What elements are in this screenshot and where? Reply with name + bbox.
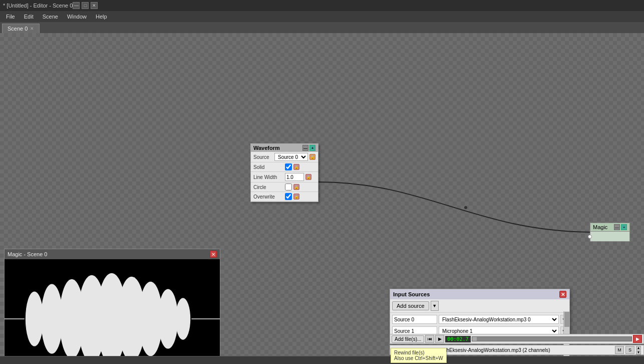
scroll-down-arrow[interactable]: ▼ — [636, 350, 641, 354]
progress-fill — [472, 337, 477, 341]
source-lock-icon[interactable]: 🔒 — [309, 154, 315, 160]
titlebar-controls: — □ ✕ — [73, 2, 98, 9]
menu-item-scene[interactable]: Scene — [39, 13, 62, 21]
magic-expand-btn[interactable]: + — [621, 224, 627, 230]
minimize-button[interactable]: — — [73, 2, 80, 9]
tooltip-line-2: Also use Ctrl+Shift+W — [394, 355, 443, 361]
input-sources-header: Input Sources ✕ — [390, 289, 569, 299]
solid-lock-icon[interactable]: 🔒 — [293, 164, 299, 170]
tooltip-line-1: Rewind file(s) — [394, 350, 443, 355]
file-transport-bar: Add file(s)... ⏮ ▶ 00:02.7 ▶ — [390, 334, 644, 344]
menu-item-help[interactable]: Help — [92, 13, 111, 21]
overwrite-label: Overwrite — [253, 194, 283, 200]
preview-titlebar: Magic - Scene 0 ✕ — [5, 249, 220, 259]
add-source-button[interactable]: Add source — [392, 301, 429, 310]
waveform-node-header: Waveform — + — [251, 144, 318, 152]
input-sources-close-btn[interactable]: ✕ — [559, 291, 566, 298]
overwrite-lock-icon[interactable]: 🔒 — [293, 194, 299, 200]
overwrite-checkbox[interactable] — [285, 193, 292, 200]
waveform-circle-row: Circle 🔒 — [251, 183, 318, 192]
tab-label: Scene 0 — [8, 26, 28, 32]
svg-point-0 — [464, 206, 467, 209]
end-playback-btn[interactable]: ▶ — [633, 335, 642, 343]
s-button[interactable]: S — [625, 346, 634, 354]
input-sources-toolbar: Add source ▼ — [390, 299, 569, 313]
rewind-btn[interactable]: ⏮ — [425, 335, 434, 343]
solid-label: Solid — [253, 164, 283, 170]
titlebar: * [Untitled] - Editor - Scene 0 — □ ✕ — [0, 0, 644, 11]
linewidth-input[interactable] — [285, 173, 304, 181]
preview-title: Magic - Scene 0 — [8, 251, 47, 257]
waveform-linewidth-row: Line Width 🔒 — [251, 172, 318, 183]
waveform-overwrite-row: Overwrite 🔒 — [251, 192, 318, 202]
progress-bar[interactable] — [472, 336, 632, 341]
scroll-up-arrow[interactable]: ▲ — [636, 346, 641, 350]
source-0-name-input[interactable] — [392, 315, 437, 324]
magic-body — [590, 232, 630, 242]
m-button[interactable]: M — [615, 346, 624, 354]
titlebar-title: * [Untitled] - Editor - Scene 0 — [3, 3, 73, 9]
linewidth-label: Line Width — [253, 174, 283, 180]
filepath-scroll-arrows: ▲ ▼ — [636, 346, 642, 354]
status-bar — [0, 356, 644, 364]
menu-item-file[interactable]: File — [2, 13, 19, 21]
close-button[interactable]: ✕ — [91, 2, 98, 9]
canvas-area[interactable]: Waveform — + Source Source 0 🔒 Solid 🔒 L… — [0, 33, 644, 364]
waveform-visualization — [5, 259, 220, 364]
svg-point-9 — [158, 289, 178, 349]
rewind-tooltip: Rewind file(s) Also use Ctrl+Shift+W — [391, 348, 447, 363]
scene-tab[interactable]: Scene 0 ✕ — [2, 24, 40, 33]
magic-title: Magic — [593, 224, 607, 230]
waveform-title: Waveform — [253, 145, 280, 151]
time-display: 00:02.7 — [445, 336, 470, 342]
source-row-0: FlashEksesiv-AnalogWorkstation.mp3 0 ▼ — [392, 314, 567, 325]
magic-minimize-btn[interactable]: — — [614, 224, 620, 230]
menu-item-edit[interactable]: Edit — [20, 13, 38, 21]
menubar: FileEditSceneWindowHelp — [0, 11, 644, 22]
circle-lock-icon[interactable]: 🔒 — [293, 184, 299, 190]
source-label: Source — [253, 154, 273, 160]
waveform-node-controls: — + — [302, 145, 315, 151]
linewidth-lock-icon[interactable]: 🔒 — [305, 174, 311, 180]
waveform-solid-row: Solid 🔒 — [251, 162, 318, 172]
waveform-node: Waveform — + Source Source 0 🔒 Solid 🔒 L… — [250, 143, 318, 202]
waveform-expand-btn[interactable]: + — [309, 145, 315, 151]
menu-item-window[interactable]: Window — [63, 13, 91, 21]
preview-window: Magic - Scene 0 ✕ — [4, 249, 220, 364]
waveform-minimize-btn[interactable]: — — [302, 145, 308, 151]
magic-node: Magic — + — [590, 223, 630, 242]
scrollbar-thumb — [564, 312, 569, 327]
tabbar: Scene 0 ✕ — [0, 22, 644, 33]
source-select[interactable]: Source 0 — [274, 153, 308, 161]
play-btn[interactable]: ▶ — [435, 335, 444, 343]
input-sources-panel: Input Sources ✕ Add source ▼ FlashEksesi… — [390, 289, 570, 338]
svg-point-2 — [26, 291, 44, 346]
svg-point-10 — [175, 298, 190, 339]
add-files-button[interactable]: Add file(s)... — [392, 335, 424, 343]
input-sources-title: Input Sources — [393, 291, 430, 297]
magic-header: Magic — + — [590, 223, 630, 232]
maximize-button[interactable]: □ — [82, 2, 89, 9]
source-0-select[interactable]: FlashEksesiv-AnalogWorkstation.mp3 0 — [439, 315, 559, 324]
circle-checkbox[interactable] — [285, 184, 292, 191]
solid-checkbox[interactable] — [285, 163, 292, 170]
preview-content — [5, 259, 220, 364]
preview-close-btn[interactable]: ✕ — [210, 251, 217, 258]
circle-label: Circle — [253, 185, 283, 190]
waveform-source-row: Source Source 0 🔒 — [251, 152, 318, 162]
tab-close-icon[interactable]: ✕ — [30, 26, 34, 31]
add-source-dropdown-btn[interactable]: ▼ — [431, 301, 439, 311]
magic-input-dot — [588, 235, 592, 239]
